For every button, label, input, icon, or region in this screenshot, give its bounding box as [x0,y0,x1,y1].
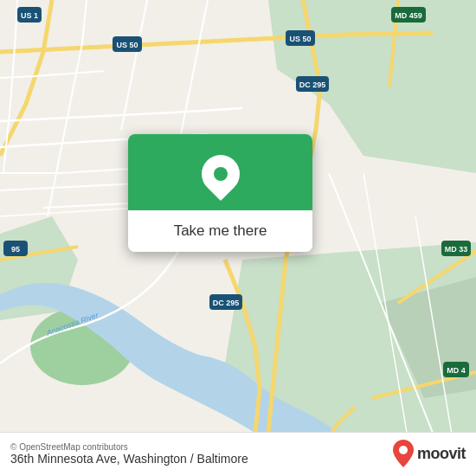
svg-text:US 1: US 1 [21,11,38,20]
bottom-bar: © OpenStreetMap contributors 36th Minnes… [0,432,476,476]
moovit-logo: moovit [393,440,466,467]
svg-text:MD 33: MD 33 [445,245,468,254]
copyright-text: © OpenStreetMap contributors [10,442,248,452]
popup-header [128,134,312,210]
svg-text:MD 459: MD 459 [395,11,422,20]
location-popup: Take me there [128,134,312,252]
take-me-there-button[interactable]: Take me there [128,210,312,252]
svg-text:US 50: US 50 [116,41,138,49]
svg-text:DC 295: DC 295 [299,80,326,89]
map-attribution: © OpenStreetMap contributors 36th Minnes… [10,442,248,466]
svg-text:US 50: US 50 [289,35,311,43]
svg-text:DC 295: DC 295 [213,299,240,307]
location-pin-icon [200,153,241,195]
svg-text:95: 95 [11,245,20,254]
moovit-pin-icon [393,440,414,467]
svg-point-29 [399,446,408,454]
map-container: US 1 US 50 US 50 DC 295 DC 295 DC 295 MD… [0,0,476,476]
moovit-brand-text: moovit [417,445,466,463]
svg-text:MD 4: MD 4 [447,366,466,375]
location-label: 36th Minnesota Ave, Washington / Baltimo… [10,452,248,466]
